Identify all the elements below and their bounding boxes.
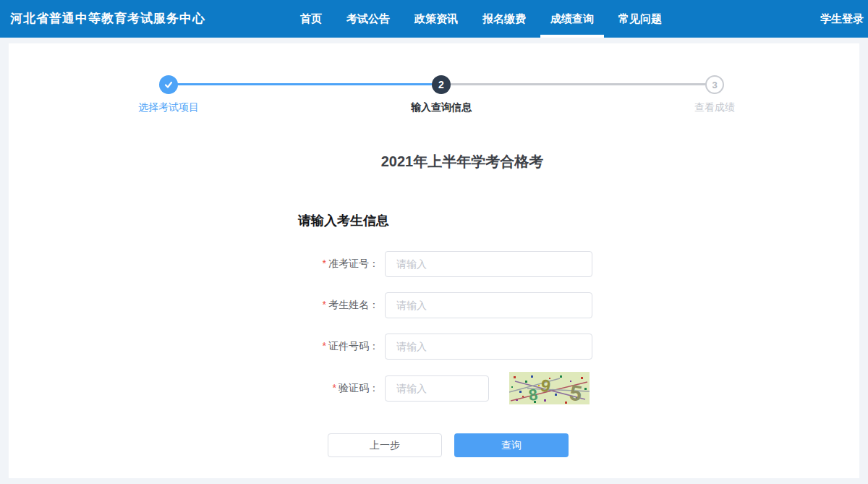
stepper-line-pending <box>441 83 715 85</box>
required-asterisk: * <box>323 258 326 269</box>
nav-item-faq[interactable]: 常见问题 <box>606 0 674 38</box>
field-label: *准考证号： <box>292 258 379 271</box>
required-asterisk: * <box>323 299 326 310</box>
field-label-text: 验证码： <box>339 382 379 394</box>
step-number: 2 <box>438 79 444 90</box>
candidate-name-input[interactable] <box>385 292 592 318</box>
progress-stepper: 2 3 选择考试项目 输入查询信息 查看成绩 <box>9 43 859 123</box>
step-2-label: 输入查询信息 <box>411 101 472 114</box>
step-3-label: 查看成绩 <box>694 101 735 114</box>
nav-item-home[interactable]: 首页 <box>288 0 334 38</box>
captcha-input[interactable] <box>385 375 489 402</box>
field-label-text: 准考证号： <box>328 258 379 269</box>
field-label: *证件号码： <box>292 340 379 353</box>
captcha-image[interactable]: 9 8 5 <box>509 372 590 404</box>
form-row-captcha: *验证码： <box>292 372 632 404</box>
step-number: 3 <box>712 80 717 90</box>
field-label: *验证码： <box>292 382 379 395</box>
nav-item-label: 首页 <box>300 12 322 25</box>
nav-item-label: 成绩查询 <box>550 12 594 25</box>
content-card: 2 3 选择考试项目 输入查询信息 查看成绩 2021年上半年学考合格考 请输入… <box>9 43 859 478</box>
nav-item-label: 考试公告 <box>346 12 390 25</box>
form-buttons: 上一步 查询 <box>328 433 632 457</box>
stepper-line-completed <box>169 83 441 85</box>
nav-item-label: 政策资讯 <box>414 12 458 25</box>
nav-item-label: 报名缴费 <box>482 12 526 25</box>
active-nav-underline <box>540 35 604 38</box>
query-button[interactable]: 查询 <box>454 433 569 457</box>
nav-item-registration-payment[interactable]: 报名缴费 <box>470 0 538 38</box>
id-number-input[interactable] <box>385 334 592 360</box>
site-title: 河北省普通中等教育考试服务中心 <box>10 0 205 38</box>
main-nav: 首页 考试公告 政策资讯 报名缴费 成绩查询 常见问题 <box>288 0 674 38</box>
nav-item-exam-announcements[interactable]: 考试公告 <box>334 0 402 38</box>
check-icon <box>163 80 174 90</box>
query-form: 2021年上半年学考合格考 请输入考生信息 *准考证号： *考生姓名： *证件号… <box>292 152 632 457</box>
admission-number-input[interactable] <box>385 251 592 277</box>
nav-item-policy-news[interactable]: 政策资讯 <box>402 0 470 38</box>
form-heading: 请输入考生信息 <box>298 212 632 229</box>
form-row-candidate-name: *考生姓名： <box>292 292 632 318</box>
previous-step-button[interactable]: 上一步 <box>328 433 442 457</box>
form-row-admission-number: *准考证号： <box>292 251 632 277</box>
step-1-label: 选择考试项目 <box>138 101 199 114</box>
field-label-text: 证件号码： <box>328 340 379 352</box>
nav-item-label: 常见问题 <box>618 12 662 25</box>
nav-item-score-query-active[interactable]: 成绩查询 <box>538 0 606 38</box>
field-label: *考生姓名： <box>292 299 379 312</box>
form-row-id-number: *证件号码： <box>292 334 632 360</box>
field-label-text: 考生姓名： <box>328 299 379 310</box>
student-login-link[interactable]: 学生登录 <box>816 0 868 38</box>
exam-title: 2021年上半年学考合格考 <box>292 152 632 171</box>
top-header: 河北省普通中等教育考试服务中心 首页 考试公告 政策资讯 报名缴费 成绩查询 常… <box>0 0 868 38</box>
required-asterisk: * <box>333 382 336 394</box>
required-asterisk: * <box>323 340 326 352</box>
step-2-circle: 2 <box>432 75 451 94</box>
step-1-circle <box>159 75 178 94</box>
step-3-circle: 3 <box>705 75 724 94</box>
